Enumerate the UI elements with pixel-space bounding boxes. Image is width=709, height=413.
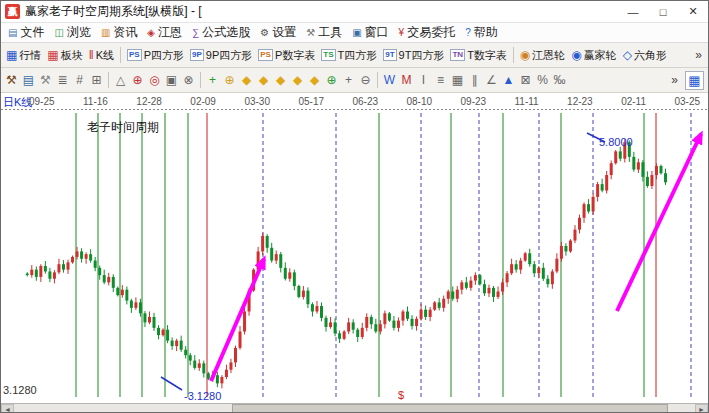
window-title: 赢家老子时空周期系统[纵横版] - [	[25, 3, 618, 20]
drawing-toolbar-overflow-chevron[interactable]: »	[669, 73, 680, 87]
menu-label: 交易委托	[407, 24, 455, 41]
date-tick: 09-25	[29, 96, 55, 107]
chart-label-title: 老子时间周期	[87, 120, 159, 134]
menu-item-window[interactable]: ▣窗口	[347, 23, 393, 42]
scroll-left-button[interactable]: ◄	[1, 404, 14, 413]
parallel-lines-icon[interactable]: ∥	[466, 74, 483, 86]
target-icon[interactable]: ⊕	[129, 74, 146, 86]
tool-p-number-table[interactable]: PSP数字表	[255, 48, 318, 63]
gold-circle-icon[interactable]: ⊕	[221, 74, 238, 86]
menu-item-formula-stock-pick[interactable]: ∑公式选股	[187, 23, 255, 42]
hamburger-icon[interactable]: ≡	[432, 74, 449, 86]
tool-kline[interactable]: ‖K线	[86, 48, 117, 63]
candles	[26, 139, 667, 388]
gold-diamond-icon[interactable]: ◆	[272, 74, 289, 86]
hash-grid-icon[interactable]: #	[71, 74, 88, 86]
menu-label: 文件	[20, 24, 44, 41]
window-grid-icon[interactable]: ⊞	[88, 74, 105, 86]
lines-icon[interactable]: ≣	[54, 74, 71, 86]
tool-label: 9T四方形	[399, 48, 445, 63]
chart-header: 日K线 09-2511-1612-2802-0903-3005-1706-230…	[1, 93, 708, 109]
scrollbar-track[interactable]	[14, 404, 695, 413]
date-tick: 02-11	[621, 96, 646, 107]
main-toolbar: » ▦行情▦板块‖K线PSP四方形9P9P四方形PSP数字表TST四方形9T9T…	[1, 43, 708, 68]
menu-item-help[interactable]: ?帮助	[460, 23, 503, 42]
close-button[interactable]: ✕	[678, 1, 708, 22]
menu-label: 资讯	[113, 24, 137, 41]
beam-icon[interactable]: I	[415, 74, 432, 86]
circle-icon[interactable]: ◎	[146, 74, 163, 86]
menu-item-settings[interactable]: ⚙设置	[255, 23, 301, 42]
permille-icon[interactable]: ‰	[551, 74, 568, 86]
gold-diamond-icon[interactable]: ◆	[289, 74, 306, 86]
panel-layout-button[interactable]: ▦	[685, 71, 704, 90]
menu-item-gann[interactable]: ◈江恩	[142, 23, 187, 42]
toolbar-separator	[200, 72, 201, 88]
window-icon: ▣	[352, 28, 361, 38]
scroll-right-button[interactable]: ►	[695, 404, 708, 413]
plus-circle-icon[interactable]: ⊕	[323, 74, 340, 86]
triangle-icon[interactable]: △	[112, 74, 129, 86]
sectors-icon: ▦	[47, 49, 58, 61]
menu-item-browse[interactable]: ◫浏览	[49, 23, 95, 42]
m-wave-icon[interactable]: M	[398, 74, 415, 86]
panel-icon[interactable]: ▤	[20, 74, 37, 86]
w-wave-icon[interactable]: W	[381, 74, 398, 86]
percent-icon[interactable]: %	[534, 74, 551, 86]
minimize-button[interactable]: —	[618, 1, 648, 22]
menu-item-trade-orders[interactable]: ¥交易委托	[394, 23, 461, 42]
app-logo-icon: 赢	[5, 4, 20, 19]
tool-hexagon[interactable]: ◇六角形	[620, 48, 670, 63]
menu-label: 工具	[318, 24, 342, 41]
chart-labels: 老子时间周期5.8000-3.12803.1280$	[3, 120, 633, 402]
plus-icon[interactable]: +	[340, 74, 357, 86]
menu-label: 设置	[272, 24, 296, 41]
scrollbar-thumb[interactable]	[232, 404, 668, 413]
green-cross-icon[interactable]: +	[204, 74, 221, 86]
hexagon-icon: ◇	[623, 49, 632, 61]
9t-square-icon: 9T	[383, 49, 396, 61]
tool-label: T四方形	[338, 48, 378, 63]
cross-circle-icon[interactable]: ⊗	[180, 74, 197, 86]
angle-icon[interactable]: ∠	[483, 74, 500, 86]
tools-icon[interactable]: ⚒	[37, 74, 54, 86]
square-icon[interactable]: ▣	[163, 74, 180, 86]
gold-diamond-icon[interactable]: ◆	[255, 74, 272, 86]
horizontal-scrollbar[interactable]: ◄ ►	[1, 403, 708, 413]
date-tick: 09-23	[461, 96, 487, 107]
tool-sectors[interactable]: ▦板块	[44, 48, 85, 63]
tool-9t-square[interactable]: 9T9T四方形	[380, 48, 447, 63]
kline-icon: ‖	[89, 49, 94, 61]
tool-label: 行情	[19, 48, 41, 63]
tool-winner-wheel[interactable]: ◉赢家轮	[568, 48, 619, 63]
maximize-button[interactable]: □	[648, 1, 678, 22]
menu-item-file[interactable]: ▤文件	[3, 23, 49, 42]
date-tick: 12-23	[567, 96, 593, 107]
gold-diamond-icon[interactable]: ◆	[306, 74, 323, 86]
formula-stock-pick-icon: ∑	[192, 28, 199, 38]
gold-diamond-icon[interactable]: ◆	[238, 74, 255, 86]
box-x-icon[interactable]: ⊠	[517, 74, 534, 86]
tool-t-square[interactable]: TST四方形	[318, 48, 380, 63]
up-triangle-icon[interactable]: ▲	[500, 74, 517, 86]
tool-t-number-table[interactable]: TNT数字表	[447, 48, 509, 63]
minus-circle-icon[interactable]: ⊖	[357, 74, 374, 86]
tool-label: T数字表	[467, 48, 507, 63]
tool-label: K线	[96, 48, 114, 63]
toolbar-overflow-chevron[interactable]: »	[693, 48, 704, 62]
file-icon: ▤	[8, 28, 17, 38]
table-icon[interactable]: ▦	[449, 74, 466, 86]
candlestick-chart[interactable]: 老子时间周期5.8000-3.12803.1280$	[1, 109, 709, 403]
menu-item-tools[interactable]: ⚒工具	[301, 23, 347, 42]
hammer-icon[interactable]: ⚒	[3, 74, 20, 86]
tool-quotes[interactable]: ▦行情	[3, 48, 44, 63]
t-number-table-icon: TN	[450, 49, 465, 61]
p-square-icon: PS	[127, 49, 142, 61]
tool-p-square[interactable]: PSP四方形	[124, 48, 187, 63]
t-square-icon: TS	[321, 49, 335, 61]
period-label[interactable]: 日K线	[3, 95, 32, 110]
tool-gann-wheel[interactable]: ◉江恩轮	[517, 48, 568, 63]
tool-9p-square[interactable]: 9P9P四方形	[187, 48, 255, 63]
menu-item-news[interactable]: ▥资讯	[96, 23, 142, 42]
menu-label: 帮助	[474, 24, 498, 41]
